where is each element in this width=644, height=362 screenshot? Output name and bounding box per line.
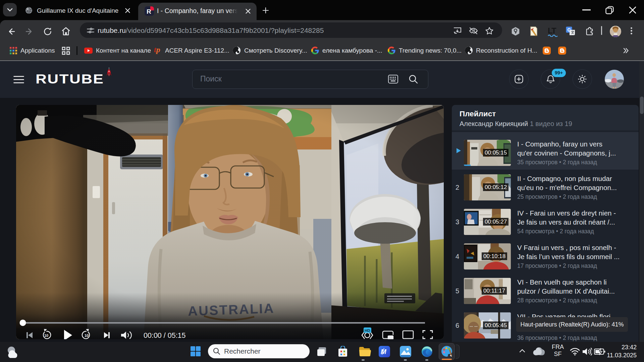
svg-text:00:00 / 05:15: 00:00 / 05:15 — [144, 331, 186, 339]
svg-text:10: 10 — [85, 334, 89, 338]
svg-text:R: R — [147, 8, 151, 15]
svg-text:10: 10 — [44, 334, 48, 338]
svg-text:HD: HD — [365, 328, 370, 333]
